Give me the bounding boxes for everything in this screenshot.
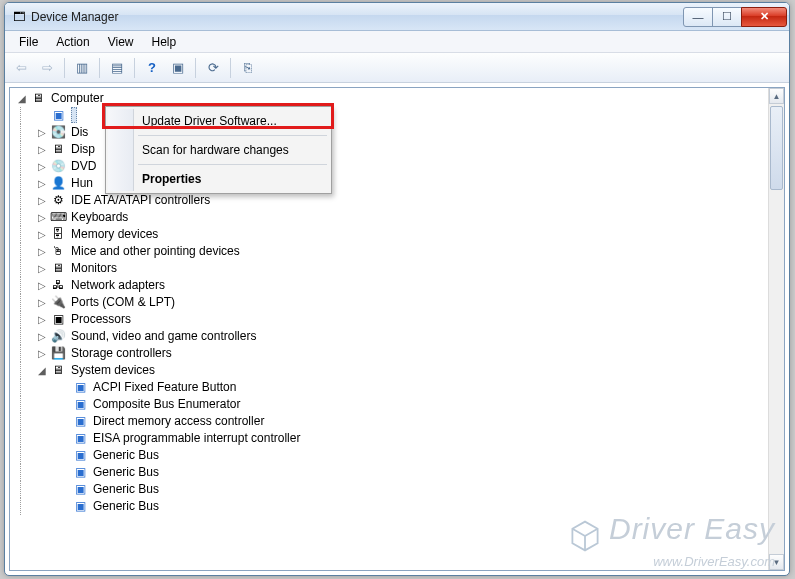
expander-icon[interactable]: ▷ — [34, 261, 50, 277]
toolbar-separator — [99, 58, 100, 78]
scroll-up-button[interactable]: ▲ — [769, 88, 784, 104]
expander-icon[interactable]: ▷ — [34, 193, 50, 209]
toolbar-back-button[interactable]: ⇦ — [9, 56, 33, 80]
expander-icon[interactable] — [56, 465, 72, 481]
expander-icon[interactable] — [56, 482, 72, 498]
toolbar-icon: ⎘ — [244, 60, 252, 75]
toolbar: ⇦ ⇨ ▥ ▤ ? ▣ ⟳ ⎘ — [5, 53, 789, 83]
device-icon: ▣ — [72, 499, 88, 515]
tree-category[interactable]: ▷🔌Ports (COM & LPT) — [12, 294, 768, 311]
expander-icon[interactable]: ▷ — [34, 176, 50, 192]
toolbar-button-4[interactable]: ▣ — [166, 56, 190, 80]
tree-node-label: Generic Bus — [91, 481, 161, 498]
tree-node-label: Keyboards — [69, 209, 130, 226]
tree-node-label: ACPI Fixed Feature Button — [91, 379, 238, 396]
tree-root-computer[interactable]: ◢🖥Computer — [12, 90, 768, 107]
tree-category[interactable]: ▷🖥Monitors — [12, 260, 768, 277]
tree-category[interactable]: ▷💾Storage controllers — [12, 345, 768, 362]
context-menu-separator — [138, 164, 327, 165]
minimize-button[interactable]: — — [683, 7, 713, 27]
expander-icon[interactable]: ◢ — [14, 91, 30, 107]
tree-category[interactable]: ▷🗄Memory devices — [12, 226, 768, 243]
device-icon: ▣ — [72, 397, 88, 413]
expander-icon[interactable]: ▷ — [34, 329, 50, 345]
maximize-button[interactable]: ☐ — [712, 7, 742, 27]
toolbar-button-2[interactable]: ▤ — [105, 56, 129, 80]
tree-device[interactable]: ▣Generic Bus — [12, 447, 768, 464]
arrow-right-icon: ⇨ — [42, 60, 53, 75]
device-icon: 👤 — [50, 176, 66, 192]
refresh-icon: ⟳ — [208, 60, 219, 75]
context-menu: Update Driver Software... Scan for hardw… — [105, 106, 332, 194]
toolbar-separator — [230, 58, 231, 78]
expander-icon[interactable] — [56, 414, 72, 430]
expander-icon[interactable] — [56, 448, 72, 464]
title-bar[interactable]: 🗔 Device Manager — ☐ ✕ — [5, 3, 789, 31]
ctx-scan-hardware[interactable]: Scan for hardware changes — [108, 138, 329, 162]
toolbar-button-6[interactable]: ⎘ — [236, 56, 260, 80]
expander-icon[interactable]: ▷ — [34, 244, 50, 260]
expander-icon[interactable] — [56, 499, 72, 515]
toolbar-icon: ▥ — [76, 60, 88, 75]
tree-category[interactable]: ▷⌨Keyboards — [12, 209, 768, 226]
toolbar-scan-button[interactable]: ⟳ — [201, 56, 225, 80]
vertical-scrollbar[interactable]: ▲ ▼ — [768, 88, 784, 570]
tree-node-label: Processors — [69, 311, 133, 328]
expander-icon[interactable]: ▷ — [34, 210, 50, 226]
tree-category[interactable]: ▷⚙IDE ATA/ATAPI controllers — [12, 192, 768, 209]
expander-icon[interactable] — [56, 397, 72, 413]
menu-help[interactable]: Help — [144, 33, 185, 51]
toolbar-separator — [134, 58, 135, 78]
toolbar-separator — [64, 58, 65, 78]
device-icon: ▣ — [72, 431, 88, 447]
tree-node-label: Network adapters — [69, 277, 167, 294]
device-icon: 💾 — [50, 346, 66, 362]
expander-icon[interactable]: ▷ — [34, 346, 50, 362]
expander-icon[interactable] — [34, 108, 50, 124]
menu-bar: File Action View Help — [5, 31, 789, 53]
toolbar-button-1[interactable]: ▥ — [70, 56, 94, 80]
tree-category[interactable]: ▷🖱Mice and other pointing devices — [12, 243, 768, 260]
device-icon: ⌨ — [50, 210, 66, 226]
tree-device[interactable]: ▣ACPI Fixed Feature Button — [12, 379, 768, 396]
tree-node-label: IDE ATA/ATAPI controllers — [69, 192, 212, 209]
tree-device[interactable]: ▣Composite Bus Enumerator — [12, 396, 768, 413]
tree-category[interactable]: ▷▣Processors — [12, 311, 768, 328]
expander-icon[interactable] — [56, 380, 72, 396]
expander-icon[interactable]: ▷ — [34, 278, 50, 294]
expander-icon[interactable]: ▷ — [34, 142, 50, 158]
expander-icon[interactable]: ▷ — [34, 312, 50, 328]
close-button[interactable]: ✕ — [741, 7, 787, 27]
tree-node-label: System devices — [69, 362, 157, 379]
tree-device[interactable]: ▣Generic Bus — [12, 498, 768, 515]
tree-node-label: Dis — [69, 124, 90, 141]
tree-device[interactable]: ▣Direct memory access controller — [12, 413, 768, 430]
expander-icon[interactable]: ▷ — [34, 125, 50, 141]
expander-icon[interactable] — [56, 431, 72, 447]
device-icon: ⚙ — [50, 193, 66, 209]
menu-view[interactable]: View — [100, 33, 142, 51]
toolbar-forward-button[interactable]: ⇨ — [35, 56, 59, 80]
tree-category[interactable]: ▷🔊Sound, video and game controllers — [12, 328, 768, 345]
expander-icon[interactable]: ◢ — [34, 363, 50, 379]
toolbar-separator — [195, 58, 196, 78]
expander-icon[interactable]: ▷ — [34, 227, 50, 243]
tree-device[interactable]: ▣Generic Bus — [12, 464, 768, 481]
device-icon: ▣ — [72, 414, 88, 430]
ctx-update-driver[interactable]: Update Driver Software... — [108, 109, 329, 133]
tree-device[interactable]: ▣Generic Bus — [12, 481, 768, 498]
scroll-thumb[interactable] — [770, 106, 783, 190]
tree-category[interactable]: ◢🖥System devices — [12, 362, 768, 379]
menu-file[interactable]: File — [11, 33, 46, 51]
expander-icon[interactable]: ▷ — [34, 159, 50, 175]
tree-category[interactable]: ▷🖧Network adapters — [12, 277, 768, 294]
menu-action[interactable]: Action — [48, 33, 97, 51]
scroll-down-button[interactable]: ▼ — [769, 554, 784, 570]
device-icon: 🖥 — [50, 142, 66, 158]
toolbar-help-button[interactable]: ? — [140, 56, 164, 80]
expander-icon[interactable]: ▷ — [34, 295, 50, 311]
tree-device[interactable]: ▣EISA programmable interrupt controller — [12, 430, 768, 447]
device-icon: ▣ — [50, 108, 66, 124]
tree-node-label: Mice and other pointing devices — [69, 243, 242, 260]
ctx-properties[interactable]: Properties — [108, 167, 329, 191]
